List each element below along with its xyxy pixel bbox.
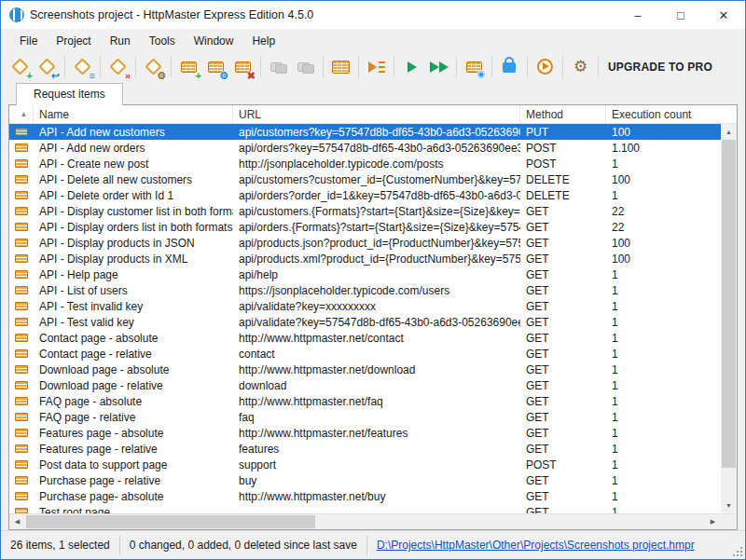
request-items-panel: ▲ Name URL Method Execution count API - …	[8, 104, 738, 530]
table-row[interactable]: API - Display customer list in both form…	[9, 203, 721, 219]
row-method: DELETE	[520, 187, 606, 203]
row-url: http://www.httpmaster.net/buy	[233, 488, 520, 504]
new-project-button[interactable]: +	[7, 54, 33, 79]
horizontal-scroll-thumb[interactable]	[26, 515, 315, 528]
table-row[interactable]: Purchase page - relative buy GET 1	[9, 472, 721, 488]
row-method: DELETE	[520, 171, 606, 187]
row-method: GET	[520, 298, 606, 314]
row-icon-cell	[9, 441, 34, 457]
table-row[interactable]: API - Add new customers api/customers?ke…	[9, 124, 721, 140]
table-row[interactable]: API - Display orders list in both format…	[9, 219, 721, 235]
scroll-down-icon[interactable]: ▼	[721, 498, 737, 513]
row-execution-count: 1	[606, 187, 721, 203]
table-row[interactable]: Download page - absolute http://www.http…	[9, 362, 721, 377]
row-execution-count: 1.100	[606, 140, 721, 156]
row-name: Test root page	[34, 504, 233, 513]
table-row[interactable]: API - Display products in XML api/produc…	[9, 251, 721, 266]
column-header-name[interactable]: Name	[34, 105, 233, 123]
request-item-icon	[15, 429, 28, 437]
toolbar-separator	[394, 57, 394, 77]
table-row[interactable]: API - Delete order with Id 1 api/orders?…	[9, 187, 721, 203]
table-row[interactable]: Features page - relative features GET 1	[9, 441, 721, 457]
table-row[interactable]: API - Display products in JSON api/produ…	[9, 235, 721, 251]
row-execution-count: 1	[606, 346, 721, 362]
table-row[interactable]: API - Help page api/help GET 1	[9, 266, 721, 282]
scroll-up-icon[interactable]: ▲	[721, 124, 737, 140]
row-icon-cell	[9, 171, 34, 187]
scroll-right-icon[interactable]: ▶	[705, 514, 721, 529]
request-data-button[interactable]	[328, 54, 353, 79]
playlist-execution-button[interactable]	[532, 54, 558, 79]
table-row[interactable]: API - List of users https://jsonplacehol…	[9, 282, 721, 298]
column-header-execution-count[interactable]: Execution count	[606, 105, 737, 123]
horizontal-scrollbar[interactable]: ◀ ▶	[9, 513, 737, 529]
table-row[interactable]: Test root page GET 1	[9, 504, 721, 513]
row-execution-count: 100	[606, 251, 721, 266]
status-bar: 26 items, 1 selected 0 changed, 0 added,…	[1, 530, 745, 559]
row-method: GET	[520, 346, 606, 362]
row-name: API - Help page	[34, 266, 233, 282]
row-url: http://jsonplaceholder.typicode.com/post…	[233, 156, 520, 171]
options-button[interactable]: ⚙	[568, 54, 593, 79]
row-name: API - Display products in JSON	[34, 235, 233, 251]
row-icon-cell	[9, 377, 34, 393]
resize-grip[interactable]	[731, 545, 744, 558]
row-url: https://jsonplaceholder.typicode.com/use…	[233, 282, 520, 298]
upgrade-to-pro-label[interactable]: UPGRADE TO PRO	[608, 61, 712, 74]
menu-run[interactable]: Run	[101, 31, 140, 51]
table-row[interactable]: FAQ page - absolute http://www.httpmaste…	[9, 393, 721, 409]
row-name: Features page - absolute	[34, 425, 233, 441]
recent-projects-button[interactable]: ≡	[70, 54, 95, 79]
table-row[interactable]: Download page - relative download GET 1	[9, 377, 721, 393]
row-method: GET	[520, 393, 606, 409]
column-header-method[interactable]: Method	[520, 105, 606, 123]
delete-request-item-button[interactable]: ✖	[230, 54, 256, 79]
close-button[interactable]: ✕	[702, 1, 745, 29]
table-row[interactable]: API - Test invalid key api/validate?key=…	[9, 298, 721, 314]
table-row[interactable]: API - Test valid key api/validate?key=57…	[9, 314, 721, 330]
table-row[interactable]: Contact page - absolute http://www.httpm…	[9, 330, 721, 346]
menu-window[interactable]: Window	[185, 31, 243, 51]
minimize-button[interactable]: –	[616, 1, 659, 29]
row-execution-count: 22	[606, 219, 721, 235]
execute-project-button[interactable]	[364, 54, 389, 79]
execute-all-items-button[interactable]	[426, 54, 451, 79]
menu-file[interactable]: File	[10, 31, 47, 51]
edit-request-item-button[interactable]: ⚙	[203, 54, 228, 79]
request-item-icon	[15, 286, 28, 294]
table-row[interactable]: API - Create new post http://jsonplaceho…	[9, 156, 721, 171]
row-url: http://www.httpmaster.net/contact	[233, 330, 520, 346]
row-name: Post data to support page	[34, 457, 233, 472]
request-item-icon	[15, 460, 28, 469]
add-request-item-button[interactable]: +	[176, 54, 201, 79]
table-row[interactable]: API - Delete all new customers api/custo…	[9, 171, 721, 187]
row-execution-count: 1	[606, 504, 721, 513]
table-row[interactable]: API - Add new orders api/orders?key=5754…	[9, 140, 721, 156]
menu-help[interactable]: Help	[242, 31, 284, 51]
close-project-button[interactable]: »	[105, 54, 131, 79]
request-item-icon	[15, 492, 28, 500]
security-lock-button[interactable]	[497, 54, 522, 79]
vertical-scroll-thumb[interactable]	[722, 140, 736, 468]
move-request-item-button	[293, 54, 318, 79]
toolbar-separator	[527, 57, 528, 77]
table-row[interactable]: Purchase page- absolute http://www.httpm…	[9, 488, 721, 504]
scroll-left-icon[interactable]: ◀	[9, 514, 25, 529]
execution-history-button[interactable]	[462, 54, 487, 79]
table-row[interactable]: FAQ page - relative faq GET 1	[9, 409, 721, 425]
project-properties-button[interactable]: ⚙	[141, 54, 166, 79]
menu-project[interactable]: Project	[47, 31, 100, 51]
maximize-button[interactable]: □	[659, 1, 702, 29]
table-row[interactable]: Contact page - relative contact GET 1	[9, 346, 721, 362]
project-path-link[interactable]: D:\Projects\HttpMaster\Other\Projects\Sc…	[367, 539, 704, 552]
menu-tools[interactable]: Tools	[140, 31, 185, 51]
open-project-button[interactable]: ↩	[35, 54, 60, 79]
vertical-scrollbar[interactable]: ▲ ▼	[721, 124, 737, 513]
execute-item-button[interactable]	[399, 54, 424, 79]
close-project-button-badge-icon: »	[125, 71, 131, 80]
tab-request-items[interactable]: Request items	[16, 83, 123, 105]
row-icon-cell	[9, 488, 34, 504]
table-row[interactable]: Post data to support page support POST 1	[9, 457, 721, 472]
table-row[interactable]: Features page - absolute http://www.http…	[9, 425, 721, 441]
column-header-url[interactable]: URL	[233, 105, 520, 123]
